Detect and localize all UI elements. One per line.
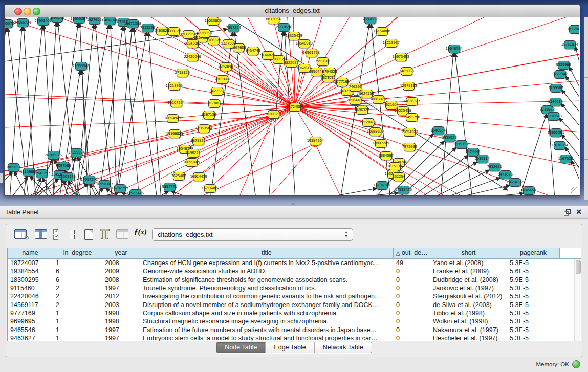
graph-node[interactable]: 7625402 bbox=[173, 172, 185, 181]
graph-node[interactable]: 2718126 bbox=[177, 69, 188, 77]
column-header-title[interactable]: title bbox=[140, 248, 394, 258]
black-edge[interactable] bbox=[89, 188, 104, 195]
table-settings-icon[interactable]: ⚙ bbox=[14, 229, 27, 239]
graph-node[interactable]: 8471676 bbox=[499, 170, 511, 179]
graph-node[interactable]: 16914479 bbox=[193, 172, 205, 181]
graph-node[interactable]: 8226058 bbox=[199, 29, 210, 38]
graph-node[interactable]: 2935114 bbox=[476, 155, 488, 163]
new-table-icon[interactable] bbox=[84, 229, 93, 240]
graph-node[interactable]: 8454749 bbox=[247, 47, 259, 55]
tab-node-table[interactable]: Node Table bbox=[216, 342, 266, 353]
graph-node[interactable]: 8660128 bbox=[168, 27, 180, 36]
graph-node[interactable]: 8878332 bbox=[192, 137, 204, 145]
graph-node[interactable]: 1167533 bbox=[560, 155, 572, 163]
graph-node[interactable]: 16033809 bbox=[207, 17, 219, 26]
graph-node[interactable]: 16648784 bbox=[448, 45, 460, 53]
graph-node[interactable]: 18640910 bbox=[298, 39, 310, 48]
graph-node[interactable]: 19384554 bbox=[310, 137, 321, 145]
graph-node[interactable]: 12213967 bbox=[385, 39, 397, 48]
close-panel-icon[interactable]: ✕ bbox=[576, 208, 582, 216]
graph-node[interactable]: 252254 bbox=[393, 172, 405, 181]
black-edge[interactable] bbox=[5, 28, 6, 195]
graph-node[interactable]: 9329966 bbox=[558, 61, 570, 70]
graph-node[interactable]: 9146821 bbox=[262, 51, 274, 60]
graph-node[interactable]: 16154808 bbox=[376, 27, 388, 36]
network-window-titlebar[interactable]: citations_edges.txt bbox=[5, 5, 580, 17]
graph-node[interactable]: 10655287 bbox=[73, 17, 85, 24]
black-edge[interactable] bbox=[80, 23, 88, 195]
black-edge[interactable] bbox=[95, 24, 112, 195]
graph-node[interactable]: 9990448 bbox=[311, 68, 322, 76]
row-options-icon[interactable] bbox=[70, 229, 74, 239]
black-edge[interactable] bbox=[569, 67, 579, 92]
red-edge[interactable] bbox=[5, 117, 273, 171]
graph-node[interactable]: 16671358 bbox=[127, 19, 139, 28]
graph-node[interactable]: 1209387 bbox=[550, 84, 562, 93]
graph-node[interactable]: 9242848 bbox=[220, 62, 232, 71]
graph-node[interactable]: 8624554 bbox=[361, 90, 373, 98]
graph-node[interactable]: 7485063 bbox=[401, 67, 412, 76]
graph-node[interactable]: 19218596 bbox=[278, 23, 290, 32]
graph-node[interactable]: 20206576 bbox=[48, 151, 59, 160]
graph-node[interactable]: 18300295 bbox=[268, 110, 279, 119]
red-edge[interactable] bbox=[271, 144, 315, 195]
panel-split-handle[interactable] bbox=[291, 203, 295, 205]
graph-node[interactable]: 13505135 bbox=[61, 172, 73, 181]
graph-node[interactable]: 12975115 bbox=[403, 82, 415, 91]
graph-node[interactable]: 9405572 bbox=[5, 19, 13, 28]
table-row[interactable]: 1830029562008Estimation of significance … bbox=[8, 276, 581, 284]
column-header-name[interactable]: name bbox=[8, 248, 53, 258]
graph-node[interactable]: 14636127 bbox=[406, 97, 418, 106]
table-row[interactable]: 946362711997Embryonic stem cells: a mode… bbox=[8, 334, 581, 341]
red-edge[interactable] bbox=[295, 78, 328, 107]
graph-node[interactable]: 12923446 bbox=[129, 189, 141, 195]
graph-node[interactable]: 12942757 bbox=[36, 169, 48, 178]
node-table[interactable]: namein_degreeyeartitle△out_de…shortpager… bbox=[7, 248, 581, 341]
table-row[interactable]: 1456911722003Disruption of a novel membe… bbox=[8, 300, 581, 309]
graph-node[interactable]: 18325419 bbox=[288, 32, 300, 40]
graph-node[interactable]: 917003 bbox=[208, 99, 220, 108]
column-header-in_degree[interactable]: in_degree bbox=[53, 248, 102, 258]
scrollbar-thumb[interactable] bbox=[576, 260, 581, 274]
graph-node[interactable]: 16782759 bbox=[114, 184, 126, 193]
select-rows-icon[interactable]: ✓✓ bbox=[53, 229, 61, 239]
graph-node[interactable]: 9245652 bbox=[523, 186, 535, 195]
graph-node[interactable]: 6794028 bbox=[324, 68, 336, 76]
graph-node[interactable]: 1112063 bbox=[569, 25, 579, 34]
graph-node[interactable]: 8912954 bbox=[183, 30, 194, 39]
black-edge[interactable] bbox=[99, 26, 123, 195]
graph-node[interactable]: 7463822 bbox=[156, 27, 168, 35]
graph-node[interactable]: 9097588 bbox=[58, 162, 70, 170]
graph-node[interactable]: 19166825 bbox=[169, 129, 181, 138]
graph-node[interactable]: 15654923 bbox=[404, 128, 416, 137]
graph-node[interactable]: 6466160 bbox=[104, 17, 116, 25]
graph-node[interactable]: 16107554 bbox=[170, 99, 182, 107]
graph-node[interactable]: 8822037 bbox=[286, 59, 297, 68]
graph-node-hub[interactable]: 18724007 bbox=[289, 103, 301, 112]
memory-status-indicator[interactable] bbox=[572, 360, 580, 368]
graph-node[interactable]: 1640954 bbox=[432, 126, 444, 135]
graph-node[interactable]: 8813054 bbox=[268, 17, 279, 24]
black-edge[interactable] bbox=[148, 32, 161, 195]
graph-node[interactable]: 8427552 bbox=[211, 87, 223, 96]
red-edge[interactable] bbox=[204, 144, 315, 195]
black-edge[interactable] bbox=[156, 191, 169, 195]
import-table-icon[interactable] bbox=[116, 229, 128, 239]
graph-node[interactable]: 746266 bbox=[350, 83, 361, 92]
graph-node[interactable]: 10973493 bbox=[395, 53, 407, 61]
graph-node[interactable]: 9857771 bbox=[164, 183, 176, 191]
table-row[interactable]: 1938455462009Genome-wide association stu… bbox=[8, 267, 581, 275]
graph-node[interactable]: 21053346 bbox=[75, 62, 87, 71]
table-row[interactable]: 1872400712008Changes of HCN gene express… bbox=[8, 259, 581, 267]
function-builder-icon[interactable]: ƒ(x) bbox=[134, 228, 147, 236]
red-edge[interactable] bbox=[5, 117, 273, 127]
graph-node[interactable]: 1244415 bbox=[550, 98, 561, 106]
window-resize-grip[interactable] bbox=[571, 187, 578, 194]
network-view-window[interactable]: citations_edges.txt 16033809881305418325… bbox=[4, 4, 580, 196]
graph-node[interactable]: 19495758 bbox=[406, 113, 418, 122]
graph-node[interactable]: 27691406 bbox=[37, 17, 49, 26]
collapsed-panel-handle[interactable] bbox=[0, 173, 3, 183]
graph-node[interactable]: 12213363 bbox=[168, 82, 180, 91]
graph-node[interactable]: 16854945 bbox=[167, 114, 179, 123]
table-vertical-scrollbar[interactable] bbox=[574, 259, 580, 341]
